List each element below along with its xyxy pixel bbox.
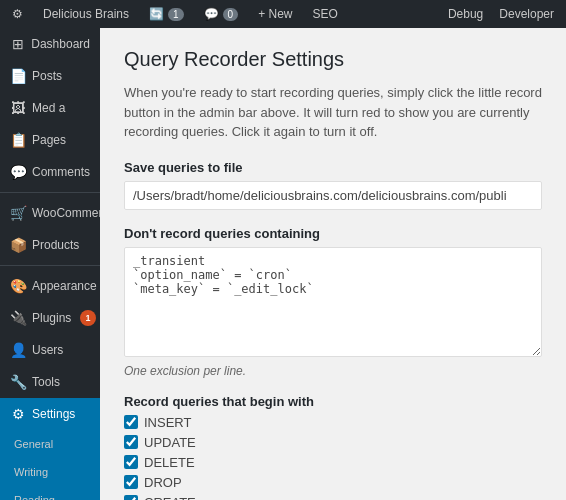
sidebar-item-label: Settings: [32, 407, 75, 421]
sidebar-item-label: Products: [32, 238, 79, 252]
checkbox-insert-input[interactable]: [124, 415, 138, 429]
sidebar-item-dashboard[interactable]: ⊞ Dashboard: [0, 28, 100, 60]
dont-record-section: Don't record queries containing _transie…: [124, 226, 542, 378]
save-queries-label: Save queries to file: [124, 160, 542, 175]
page-title: Query Recorder Settings: [124, 48, 542, 71]
sidebar-item-products[interactable]: 📦 Products: [0, 229, 100, 261]
save-queries-section: Save queries to file: [124, 160, 542, 210]
media-icon: 🖼: [10, 100, 26, 116]
posts-icon: 📄: [10, 68, 26, 84]
sidebar-item-media[interactable]: 🖼 Med a: [0, 92, 100, 124]
checkbox-delete-label: DELETE: [144, 455, 195, 470]
site-name-label: Delicious Brains: [43, 7, 129, 21]
checkbox-create-label: CREATE: [144, 495, 196, 501]
sidebar-item-settings[interactable]: ⚙ Settings: [0, 398, 100, 430]
checkbox-drop-label: DROP: [144, 475, 182, 490]
top-bar-right: Debug Developer: [444, 7, 558, 21]
updates-item[interactable]: 🔄 1: [145, 7, 188, 21]
wp-icon: ⚙: [12, 7, 23, 21]
save-queries-input[interactable]: [124, 181, 542, 210]
appearance-icon: 🎨: [10, 278, 26, 294]
updates-icon: 🔄: [149, 7, 164, 21]
sidebar-item-label: Pages: [32, 133, 66, 147]
submenu-writing[interactable]: Writing: [0, 458, 100, 486]
checkbox-insert-label: INSERT: [144, 415, 191, 430]
dont-record-label: Don't record queries containing: [124, 226, 542, 241]
sidebar-item-label: Posts: [32, 69, 62, 83]
sidebar-separator-2: [0, 265, 100, 266]
new-item[interactable]: + New: [254, 7, 296, 21]
products-icon: 📦: [10, 237, 26, 253]
sidebar-item-label: Users: [32, 343, 63, 357]
sidebar-item-woocommerce[interactable]: 🛒 WooCommerce: [0, 197, 100, 229]
new-label: + New: [258, 7, 292, 21]
sidebar-item-appearance[interactable]: 🎨 Appearance: [0, 270, 100, 302]
top-bar: ⚙ Delicious Brains 🔄 1 💬 0 + New SEO Deb…: [0, 0, 566, 28]
sidebar-item-pages[interactable]: 📋 Pages: [0, 124, 100, 156]
sidebar-item-plugins[interactable]: 🔌 Plugins 1: [0, 302, 100, 334]
plugins-icon: 🔌: [10, 310, 26, 326]
submenu-reading[interactable]: Reading: [0, 486, 100, 500]
sidebar-item-label: Dashboard: [31, 37, 90, 51]
wp-logo[interactable]: ⚙: [8, 7, 27, 21]
main-content: Query Recorder Settings When you're read…: [100, 28, 566, 500]
checkbox-delete: DELETE: [124, 455, 542, 470]
comments-count: 0: [223, 8, 239, 21]
submenu-label: Reading: [14, 494, 55, 500]
plugins-badge: 1: [80, 310, 96, 326]
checkbox-group: INSERT UPDATE DELETE DROP CREATE: [124, 415, 542, 501]
pages-icon: 📋: [10, 132, 26, 148]
sidebar: ⊞ Dashboard 📄 Posts 🖼 Med a 📋 Pages 💬 Co…: [0, 28, 100, 500]
updates-count: 1: [168, 8, 184, 21]
sidebar-item-label: WooCommerce: [32, 206, 100, 220]
developer-label: Developer: [499, 7, 554, 21]
dashboard-icon: ⊞: [10, 36, 25, 52]
checkbox-create: CREATE: [124, 495, 542, 501]
sidebar-item-posts[interactable]: 📄 Posts: [0, 60, 100, 92]
comments-item[interactable]: 💬 0: [200, 7, 243, 21]
record-begins-label: Record queries that begin with: [124, 394, 542, 409]
developer-item[interactable]: Developer: [495, 7, 558, 21]
settings-icon: ⚙: [10, 406, 26, 422]
sidebar-item-label: Med a: [32, 101, 65, 115]
app-body: ⊞ Dashboard 📄 Posts 🖼 Med a 📋 Pages 💬 Co…: [0, 28, 566, 500]
seo-item[interactable]: SEO: [309, 7, 342, 21]
sidebar-item-label: Plugins: [32, 311, 71, 325]
sidebar-item-label: Appearance: [32, 279, 97, 293]
sidebar-item-comments[interactable]: 💬 Comments: [0, 156, 100, 188]
sidebar-item-label: Comments: [32, 165, 90, 179]
checkbox-update-label: UPDATE: [144, 435, 196, 450]
sidebar-item-tools[interactable]: 🔧 Tools: [0, 366, 100, 398]
checkbox-drop-input[interactable]: [124, 475, 138, 489]
sidebar-separator-1: [0, 192, 100, 193]
woocommerce-icon: 🛒: [10, 205, 26, 221]
page-description: When you're ready to start recording que…: [124, 83, 542, 142]
sidebar-item-label: Tools: [32, 375, 60, 389]
checkbox-delete-input[interactable]: [124, 455, 138, 469]
sidebar-item-users[interactable]: 👤 Users: [0, 334, 100, 366]
users-icon: 👤: [10, 342, 26, 358]
submenu-label: General: [14, 438, 53, 450]
checkbox-drop: DROP: [124, 475, 542, 490]
tools-icon: 🔧: [10, 374, 26, 390]
exclusion-hint: One exclusion per line.: [124, 364, 542, 378]
comments-icon: 💬: [204, 7, 219, 21]
debug-label: Debug: [448, 7, 483, 21]
site-name[interactable]: Delicious Brains: [39, 7, 133, 21]
seo-label: SEO: [313, 7, 338, 21]
checkbox-update-input[interactable]: [124, 435, 138, 449]
debug-item[interactable]: Debug: [444, 7, 487, 21]
record-begins-section: Record queries that begin with INSERT UP…: [124, 394, 542, 501]
checkbox-update: UPDATE: [124, 435, 542, 450]
submenu-general[interactable]: General: [0, 430, 100, 458]
checkbox-create-input[interactable]: [124, 495, 138, 500]
comments-icon: 💬: [10, 164, 26, 180]
dont-record-textarea[interactable]: _transient `option_name` = `cron` `meta_…: [124, 247, 542, 357]
submenu-label: Writing: [14, 466, 48, 478]
checkbox-insert: INSERT: [124, 415, 542, 430]
